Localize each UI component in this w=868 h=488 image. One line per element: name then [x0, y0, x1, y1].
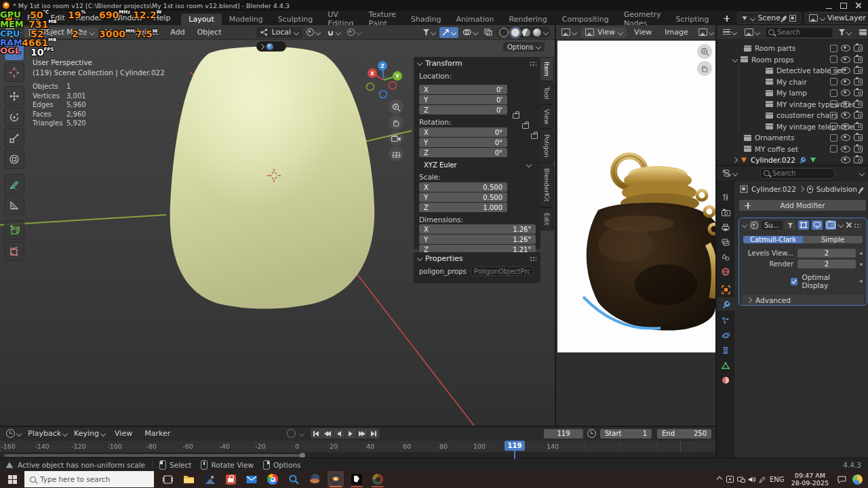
play-reverse-button[interactable]: [334, 428, 345, 439]
outliner-row[interactable]: MY vintage typewriter: [766, 99, 868, 110]
lock-icon[interactable]: [531, 134, 538, 139]
collapsed-operator-panel[interactable]: [256, 41, 286, 52]
exclude-checkbox[interactable]: [830, 89, 837, 97]
chrome-icon[interactable]: [264, 471, 281, 487]
outliner-row[interactable]: Detective table set: [766, 65, 868, 76]
tab-tool[interactable]: [717, 190, 734, 204]
npanel-tab-poligon[interactable]: Poligon: [540, 129, 554, 163]
dim-x-field[interactable]: X1.26": [419, 224, 536, 234]
viewport-camera-view-button[interactable]: [389, 131, 403, 146]
tool-rotate[interactable]: [4, 107, 24, 127]
playhead-line[interactable]: [514, 451, 515, 459]
tab-material[interactable]: [717, 373, 734, 387]
rendered-image[interactable]: [557, 41, 715, 352]
npanel-tab-item[interactable]: Item: [540, 57, 554, 81]
end-frame-field[interactable]: End250: [657, 429, 711, 439]
modifier-extras-icon[interactable]: [838, 222, 844, 228]
current-frame-field[interactable]: 119: [544, 429, 583, 439]
menu-edit[interactable]: Edit: [45, 14, 70, 22]
tab-view-layer[interactable]: [717, 235, 734, 249]
tray-network-icon[interactable]: [736, 476, 747, 483]
image-datablock-button[interactable]: [696, 27, 716, 38]
tab-object-data[interactable]: [717, 359, 734, 372]
npanel-tab-tool[interactable]: Tool: [540, 81, 554, 104]
timeline-menu-marker[interactable]: Marker: [139, 429, 176, 438]
menu-window[interactable]: Window: [108, 14, 148, 22]
tab-modeling[interactable]: Modeling: [222, 14, 271, 25]
outliner-filter-mode[interactable]: [742, 27, 762, 38]
close-button[interactable]: [855, 2, 864, 9]
tool-cursor[interactable]: [4, 62, 24, 82]
tab-particles[interactable]: [717, 314, 734, 327]
image-pan-button[interactable]: [697, 61, 712, 76]
tool-add-primitive[interactable]: [4, 220, 24, 240]
outliner-row-active[interactable]: Cylinder.022: [733, 155, 868, 165]
viewport-menu-add[interactable]: Add: [165, 28, 190, 37]
exclude-checkbox[interactable]: [830, 134, 837, 142]
photoshop-like-icon[interactable]: [349, 471, 365, 487]
tray-volume-icon[interactable]: [747, 476, 757, 483]
toggle-xray-button[interactable]: [481, 27, 495, 38]
image-menu-view[interactable]: View: [629, 28, 657, 37]
disable-render-icon[interactable]: [854, 123, 863, 130]
expand-icon[interactable]: [732, 157, 738, 163]
outliner-filter-button[interactable]: [836, 27, 854, 38]
outliner-row[interactable]: Room props: [733, 54, 868, 65]
editor-type-button[interactable]: [3, 27, 23, 38]
dim-y-field[interactable]: Y1.26": [419, 235, 536, 244]
pin-icon[interactable]: [782, 16, 787, 21]
viewport-zoom-button[interactable]: [389, 100, 403, 115]
optimal-display-checkbox[interactable]: [791, 278, 797, 285]
exclude-checkbox[interactable]: [830, 56, 837, 63]
hide-icon[interactable]: [841, 89, 850, 96]
transform-orientation-selector[interactable]: Local: [256, 27, 302, 38]
outliner-row[interactable]: My vintage telephone: [766, 121, 868, 132]
viewport-menu-view[interactable]: View: [100, 28, 128, 37]
hide-icon[interactable]: [841, 56, 850, 63]
tray-chevron-icon[interactable]: [714, 477, 725, 481]
tab-layout[interactable]: Layout: [181, 14, 221, 25]
tool-scale[interactable]: [4, 128, 24, 148]
copy-icon[interactable]: [789, 15, 796, 22]
exclude-checkbox[interactable]: [830, 45, 837, 52]
image-mode-selector[interactable]: View: [581, 27, 627, 38]
blender-menu-icon[interactable]: [5, 15, 12, 22]
browser-dark-icon[interactable]: [307, 471, 323, 487]
menu-file[interactable]: File: [22, 14, 45, 22]
simple-button[interactable]: Simple: [803, 236, 863, 243]
location-x-field[interactable]: X0': [419, 85, 507, 94]
next-keyframe-button[interactable]: [357, 428, 368, 439]
start-button[interactable]: [4, 471, 20, 487]
rotation-y-field[interactable]: Y0°: [419, 138, 507, 147]
location-z-field[interactable]: Z0': [419, 105, 507, 115]
delete-modifier-icon[interactable]: [846, 222, 851, 228]
collapse-icon[interactable]: [417, 256, 422, 261]
photos-app-icon[interactable]: [201, 471, 218, 487]
maximize-button[interactable]: [840, 3, 847, 9]
proportional-edit-button[interactable]: [344, 27, 363, 38]
image-menu-image[interactable]: Image: [659, 28, 693, 37]
hide-icon[interactable]: [841, 112, 850, 119]
tab-scripting[interactable]: Scripting: [669, 14, 717, 25]
disable-render-icon[interactable]: [854, 56, 863, 63]
npanel-tab-view[interactable]: View: [540, 104, 554, 129]
timeline-menu-view[interactable]: View: [109, 429, 138, 438]
drag-grip-icon[interactable]: [854, 223, 861, 228]
prev-keyframe-button[interactable]: [322, 428, 334, 439]
outliner-search-input[interactable]: [777, 28, 825, 37]
new-collection-button[interactable]: [856, 27, 868, 38]
add-modifier-button[interactable]: Add Modifier: [739, 200, 866, 211]
outliner-row[interactable]: Room parts: [744, 43, 868, 54]
hide-icon[interactable]: [841, 45, 850, 52]
disable-render-icon[interactable]: [854, 112, 863, 119]
tab-compositing[interactable]: Compositing: [555, 14, 616, 25]
poligon-props-field[interactable]: [471, 266, 533, 276]
start-frame-field[interactable]: Start1: [600, 429, 652, 439]
playback-menu[interactable]: Playback: [25, 428, 70, 439]
taskbar-search[interactable]: Type here to search: [24, 471, 154, 487]
rotation-x-field[interactable]: X0°: [419, 127, 507, 137]
outliner-row[interactable]: coustomer chairs: [766, 110, 868, 121]
menu-help[interactable]: Help: [148, 14, 176, 22]
catmull-clark-button[interactable]: Catmull-Clark: [743, 236, 803, 243]
tool-move[interactable]: [4, 86, 24, 106]
